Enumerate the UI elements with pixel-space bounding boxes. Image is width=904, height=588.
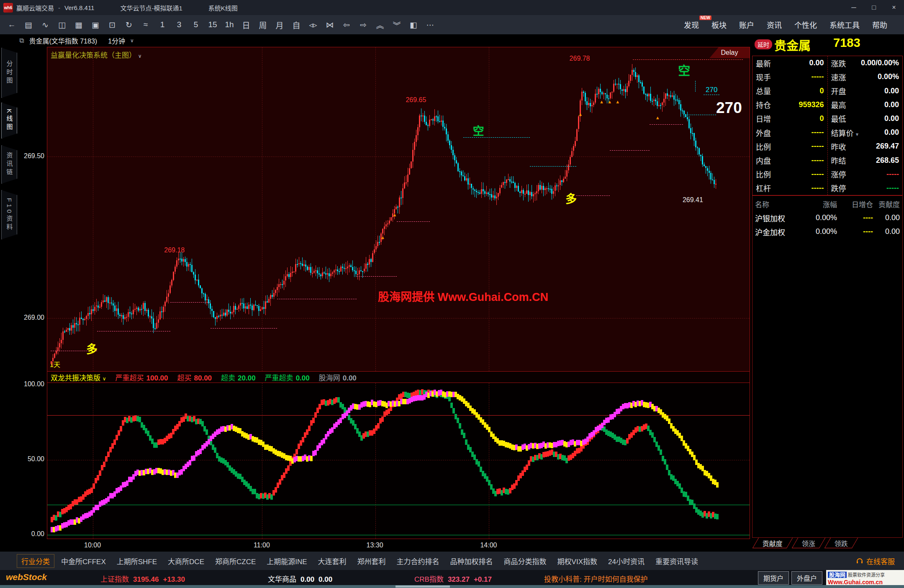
sidebar-tab-K线图[interactable]: K线图 bbox=[1, 103, 17, 139]
candle-body bbox=[109, 303, 110, 303]
exchange-tab-大商所DCE[interactable]: 大商所DCE bbox=[164, 555, 208, 567]
quote-row-昨收: 昨收269.47 bbox=[828, 139, 903, 153]
exchange-tab-郑商所CZCE[interactable]: 郑商所CZCE bbox=[211, 555, 260, 567]
more-icon[interactable]: ⋯ bbox=[425, 20, 435, 30]
close-button[interactable]: × bbox=[884, 0, 904, 15]
exchange-tab-上期能源INE[interactable]: 上期能源INE bbox=[262, 555, 311, 567]
main-indicator-title[interactable]: 益赢量化决策系统（主图） ∨ bbox=[51, 49, 142, 60]
candle-body bbox=[215, 317, 216, 319]
exchange-tab-重要资讯导读[interactable]: 重要资讯导读 bbox=[651, 555, 702, 567]
period-15min-icon[interactable]: 15 bbox=[208, 20, 218, 29]
back-icon[interactable]: ← bbox=[7, 20, 17, 29]
chart-window-icon[interactable]: ▣ bbox=[90, 20, 100, 30]
period-day-icon[interactable]: 日 bbox=[241, 19, 251, 31]
candle-body bbox=[146, 310, 147, 311]
exchange-tab-商品分类指数[interactable]: 商品分类指数 bbox=[500, 555, 551, 567]
period-1hour-icon[interactable]: 1h bbox=[224, 20, 234, 29]
zoom-in-icon[interactable]: ⋈ bbox=[325, 20, 335, 30]
zigzag-icon[interactable]: ≈ bbox=[141, 20, 151, 29]
candle-body bbox=[710, 173, 711, 179]
panel-tab-领跌[interactable]: 领跌 bbox=[824, 538, 858, 548]
minimize-button[interactable]: ─ bbox=[844, 0, 864, 15]
candle-body bbox=[329, 273, 330, 276]
page-left-icon[interactable]: ⇦ bbox=[342, 20, 352, 30]
zoom-out-icon[interactable]: ◃▹ bbox=[308, 20, 318, 30]
chevron-down-icon[interactable]: ∨ bbox=[130, 38, 134, 44]
delay-tab[interactable]: Delay bbox=[709, 47, 750, 58]
save-icon[interactable]: ⊡ bbox=[107, 20, 117, 30]
exchange-tab-中金所CFFEX[interactable]: 中金所CFFEX bbox=[57, 555, 110, 567]
symbol-title[interactable]: 贵金属(文华指数 7183) bbox=[29, 36, 97, 46]
candle-body bbox=[148, 310, 149, 317]
candle-body bbox=[138, 308, 139, 311]
collapse-up-icon[interactable]: ︽ bbox=[375, 19, 385, 31]
account-button-外盘户[interactable]: 外盘户 bbox=[791, 571, 822, 585]
refresh-icon[interactable]: ↻ bbox=[124, 20, 134, 30]
collapse-down-icon[interactable]: ︾ bbox=[392, 19, 402, 31]
main-pane[interactable]: 益赢量化决策系统（主图） ∨ Delay 股海网提供 Www.Guhai.Com… bbox=[47, 47, 750, 371]
maximize-button[interactable]: □ bbox=[864, 0, 884, 15]
candle-body bbox=[538, 185, 539, 192]
menu-板块[interactable]: 板块 bbox=[711, 19, 727, 30]
taskbar-button[interactable] bbox=[396, 585, 450, 588]
current-price-tag: 270 bbox=[704, 86, 719, 95]
trend-line-icon[interactable]: ∿ bbox=[40, 20, 50, 30]
exchange-tab-上期所SHFE[interactable]: 上期所SHFE bbox=[113, 555, 161, 567]
new-badge: NEW bbox=[699, 15, 711, 20]
exchange-tab-期权VIX指数[interactable]: 期权VIX指数 bbox=[553, 555, 601, 567]
period-3min-icon[interactable]: 3 bbox=[174, 20, 184, 29]
period-custom-icon[interactable]: 自 bbox=[291, 19, 301, 31]
menu-资讯[interactable]: 资讯 bbox=[767, 19, 782, 30]
contrib-row-沪金加权[interactable]: 沪金加权0.00%----0.00 bbox=[752, 225, 902, 239]
panel-tab-贡献度[interactable]: 贡献度 bbox=[752, 538, 793, 548]
layout-icon[interactable]: ◧ bbox=[408, 20, 419, 30]
panel-tab-领涨[interactable]: 领涨 bbox=[792, 538, 825, 548]
exchange-tab-大连套利[interactable]: 大连套利 bbox=[314, 555, 351, 567]
link-icon[interactable]: ⧉ bbox=[19, 37, 24, 44]
sidebar-tab-资讯链[interactable]: 资讯链 bbox=[1, 145, 17, 184]
exchange-tab-郑州套利[interactable]: 郑州套利 bbox=[353, 555, 390, 567]
menu-帮助[interactable]: 帮助 bbox=[872, 19, 887, 30]
candle-wick bbox=[439, 115, 440, 122]
page-right-icon[interactable]: ⇨ bbox=[358, 20, 368, 30]
period-week-icon[interactable]: 周 bbox=[258, 19, 268, 31]
candle-body bbox=[385, 224, 387, 226]
contrib-row-沪银加权[interactable]: 沪银加权0.00%----0.00 bbox=[752, 211, 902, 225]
quote-label: 比例 bbox=[756, 169, 771, 180]
period-5min-icon[interactable]: 5 bbox=[191, 20, 201, 29]
menu-系统工具[interactable]: 系统工具 bbox=[830, 19, 860, 30]
exchange-tab-品种加权排名[interactable]: 品种加权排名 bbox=[446, 555, 497, 567]
candle-body bbox=[702, 156, 703, 164]
candle-body bbox=[707, 168, 708, 171]
menu-账户[interactable]: 账户 bbox=[739, 19, 754, 30]
period-selector[interactable]: 1分钟 bbox=[108, 36, 125, 46]
exchange-tab-主力合约排名[interactable]: 主力合约排名 bbox=[393, 555, 444, 567]
period-1min-icon[interactable]: 1 bbox=[157, 20, 167, 29]
candle-body bbox=[461, 172, 462, 175]
menu-发现[interactable]: 发现NEW bbox=[684, 19, 699, 30]
exchange-tab-行业分类[interactable]: 行业分类 bbox=[17, 554, 54, 568]
indicator-edit-icon[interactable]: ▦ bbox=[74, 20, 84, 30]
candle-wick bbox=[637, 73, 637, 83]
settle-caret-icon[interactable]: ▼ bbox=[855, 132, 860, 137]
investor-notice[interactable]: 投教小科普: 开户时如何自我保护 bbox=[544, 573, 647, 584]
menu-个性化[interactable]: 个性化 bbox=[794, 19, 817, 30]
indicator-name[interactable]: 双龙共振决策版 ∨ bbox=[51, 372, 106, 383]
contrib-name: 沪金加权 bbox=[755, 226, 804, 237]
exchange-tab-24小时资讯[interactable]: 24小时资讯 bbox=[604, 555, 649, 567]
candle-body bbox=[149, 316, 151, 317]
candle-body bbox=[139, 309, 141, 311]
sidebar-tab-分时图[interactable]: 分时图 bbox=[1, 48, 17, 98]
online-service[interactable]: 在线客服 bbox=[856, 556, 895, 566]
quote-row-比例: 比例----- bbox=[752, 139, 827, 153]
candle-body bbox=[106, 297, 107, 302]
guhai-brand: 股海网 bbox=[828, 572, 847, 578]
indicator-pane[interactable] bbox=[47, 383, 750, 539]
sidebar-tab-F10资料[interactable]: F10资料 bbox=[1, 190, 17, 239]
candlestick-icon[interactable]: ◫ bbox=[57, 20, 67, 30]
candle-body bbox=[501, 185, 502, 187]
period-month-icon[interactable]: 月 bbox=[275, 19, 285, 31]
account-button-期货户[interactable]: 期货户 bbox=[758, 571, 789, 585]
index-value: 323.27 bbox=[448, 575, 470, 583]
market-board-icon[interactable]: ▤ bbox=[23, 20, 33, 30]
